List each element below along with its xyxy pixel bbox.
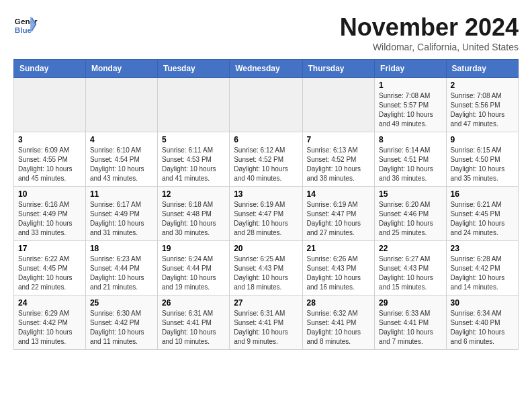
day-info: Sunrise: 6:26 AM Sunset: 4:43 PM Dayligh…: [307, 255, 371, 292]
calendar-cell: 12Sunrise: 6:18 AM Sunset: 4:48 PM Dayli…: [157, 187, 229, 241]
calendar-cell: [230, 78, 302, 132]
logo: General Blue: [13, 13, 38, 38]
calendar-cell: 30Sunrise: 6:34 AM Sunset: 4:40 PM Dayli…: [446, 295, 518, 350]
calendar-cell: [157, 78, 229, 132]
calendar-cell: 13Sunrise: 6:19 AM Sunset: 4:47 PM Dayli…: [230, 187, 302, 241]
day-info: Sunrise: 7:08 AM Sunset: 5:57 PM Dayligh…: [379, 91, 441, 129]
day-number: 21: [307, 244, 371, 253]
calendar-cell: 8Sunrise: 6:14 AM Sunset: 4:51 PM Daylig…: [375, 132, 446, 187]
day-number: 15: [379, 189, 441, 199]
day-info: Sunrise: 6:22 AM Sunset: 4:45 PM Dayligh…: [18, 255, 81, 292]
calendar-cell: 18Sunrise: 6:23 AM Sunset: 4:44 PM Dayli…: [85, 241, 157, 295]
day-info: Sunrise: 6:34 AM Sunset: 4:40 PM Dayligh…: [451, 309, 514, 347]
weekday-header-saturday: Saturday: [446, 60, 518, 78]
calendar-cell: 2Sunrise: 7:08 AM Sunset: 5:56 PM Daylig…: [446, 78, 518, 132]
day-info: Sunrise: 6:19 AM Sunset: 4:47 PM Dayligh…: [234, 200, 298, 238]
calendar-cell: 19Sunrise: 6:24 AM Sunset: 4:44 PM Dayli…: [157, 241, 229, 295]
calendar-cell: 26Sunrise: 6:31 AM Sunset: 4:41 PM Dayli…: [157, 295, 229, 350]
calendar-cell: 28Sunrise: 6:32 AM Sunset: 4:41 PM Dayli…: [302, 295, 375, 350]
day-info: Sunrise: 6:10 AM Sunset: 4:54 PM Dayligh…: [90, 146, 153, 183]
weekday-header-thursday: Thursday: [302, 60, 375, 78]
calendar-cell: 17Sunrise: 6:22 AM Sunset: 4:45 PM Dayli…: [14, 241, 86, 295]
weekday-header-sunday: Sunday: [14, 60, 86, 78]
calendar-cell: 10Sunrise: 6:16 AM Sunset: 4:49 PM Dayli…: [14, 187, 86, 241]
calendar-table: SundayMondayTuesdayWednesdayThursdayFrid…: [13, 59, 519, 350]
calendar-cell: [85, 78, 157, 132]
day-info: Sunrise: 6:32 AM Sunset: 4:41 PM Dayligh…: [307, 309, 371, 347]
day-number: 8: [379, 135, 441, 144]
day-number: 5: [162, 135, 225, 144]
calendar-subtitle: Wildomar, California, United States: [340, 42, 519, 52]
calendar-cell: 5Sunrise: 6:11 AM Sunset: 4:53 PM Daylig…: [157, 132, 229, 187]
day-info: Sunrise: 6:21 AM Sunset: 4:45 PM Dayligh…: [451, 200, 514, 238]
day-info: Sunrise: 6:20 AM Sunset: 4:46 PM Dayligh…: [379, 200, 441, 238]
weekday-header-wednesday: Wednesday: [230, 60, 302, 78]
day-number: 19: [162, 244, 225, 253]
day-info: Sunrise: 6:11 AM Sunset: 4:53 PM Dayligh…: [162, 146, 225, 183]
day-info: Sunrise: 6:19 AM Sunset: 4:47 PM Dayligh…: [307, 200, 371, 238]
day-number: 4: [90, 135, 153, 144]
day-info: Sunrise: 6:25 AM Sunset: 4:43 PM Dayligh…: [234, 255, 298, 292]
weekday-header-monday: Monday: [85, 60, 157, 78]
calendar-cell: 15Sunrise: 6:20 AM Sunset: 4:46 PM Dayli…: [375, 187, 446, 241]
calendar-cell: 1Sunrise: 7:08 AM Sunset: 5:57 PM Daylig…: [375, 78, 446, 132]
day-info: Sunrise: 6:29 AM Sunset: 4:42 PM Dayligh…: [18, 309, 81, 347]
calendar-week-row: 17Sunrise: 6:22 AM Sunset: 4:45 PM Dayli…: [14, 241, 519, 295]
page-header: General Blue November 2024 Wildomar, Cal…: [13, 13, 519, 52]
day-number: 10: [18, 189, 81, 199]
day-number: 18: [90, 244, 153, 253]
day-number: 11: [90, 189, 153, 199]
day-number: 25: [90, 298, 153, 308]
day-number: 14: [307, 189, 371, 199]
calendar-cell: [302, 78, 375, 132]
calendar-cell: 4Sunrise: 6:10 AM Sunset: 4:54 PM Daylig…: [85, 132, 157, 187]
day-info: Sunrise: 6:27 AM Sunset: 4:43 PM Dayligh…: [379, 255, 441, 292]
day-info: Sunrise: 6:28 AM Sunset: 4:42 PM Dayligh…: [451, 255, 514, 292]
day-number: 16: [451, 189, 514, 199]
weekday-header-tuesday: Tuesday: [157, 60, 229, 78]
day-number: 20: [234, 244, 298, 253]
day-number: 30: [451, 298, 514, 308]
day-number: 17: [18, 244, 81, 253]
day-number: 26: [162, 298, 225, 308]
calendar-cell: 29Sunrise: 6:33 AM Sunset: 4:41 PM Dayli…: [375, 295, 446, 350]
day-info: Sunrise: 6:16 AM Sunset: 4:49 PM Dayligh…: [18, 200, 81, 238]
calendar-cell: 11Sunrise: 6:17 AM Sunset: 4:49 PM Dayli…: [85, 187, 157, 241]
calendar-cell: 16Sunrise: 6:21 AM Sunset: 4:45 PM Dayli…: [446, 187, 518, 241]
weekday-header-friday: Friday: [375, 60, 446, 78]
calendar-cell: 9Sunrise: 6:15 AM Sunset: 4:50 PM Daylig…: [446, 132, 518, 187]
day-info: Sunrise: 6:12 AM Sunset: 4:52 PM Dayligh…: [234, 146, 298, 183]
day-number: 13: [234, 189, 298, 199]
day-info: Sunrise: 6:15 AM Sunset: 4:50 PM Dayligh…: [451, 146, 514, 183]
day-info: Sunrise: 6:31 AM Sunset: 4:41 PM Dayligh…: [162, 309, 225, 347]
day-number: 29: [379, 298, 441, 308]
day-number: 27: [234, 298, 298, 308]
calendar-cell: 6Sunrise: 6:12 AM Sunset: 4:52 PM Daylig…: [230, 132, 302, 187]
calendar-cell: 25Sunrise: 6:30 AM Sunset: 4:42 PM Dayli…: [85, 295, 157, 350]
day-number: 1: [379, 81, 441, 90]
day-number: 6: [234, 135, 298, 144]
day-info: Sunrise: 6:30 AM Sunset: 4:42 PM Dayligh…: [90, 309, 153, 347]
calendar-cell: 23Sunrise: 6:28 AM Sunset: 4:42 PM Dayli…: [446, 241, 518, 295]
calendar-title: November 2024: [340, 13, 519, 42]
calendar-cell: 24Sunrise: 6:29 AM Sunset: 4:42 PM Dayli…: [14, 295, 86, 350]
day-number: 23: [451, 244, 514, 253]
day-number: 7: [307, 135, 371, 144]
calendar-week-row: 10Sunrise: 6:16 AM Sunset: 4:49 PM Dayli…: [14, 187, 519, 241]
day-info: Sunrise: 7:08 AM Sunset: 5:56 PM Dayligh…: [451, 91, 514, 129]
title-area: November 2024 Wildomar, California, Unit…: [340, 13, 519, 52]
day-number: 3: [18, 135, 81, 144]
calendar-cell: 20Sunrise: 6:25 AM Sunset: 4:43 PM Dayli…: [230, 241, 302, 295]
calendar-week-row: 1Sunrise: 7:08 AM Sunset: 5:57 PM Daylig…: [14, 78, 519, 132]
day-info: Sunrise: 6:14 AM Sunset: 4:51 PM Dayligh…: [379, 146, 441, 183]
weekday-header-row: SundayMondayTuesdayWednesdayThursdayFrid…: [14, 60, 519, 78]
day-number: 22: [379, 244, 441, 253]
day-number: 9: [451, 135, 514, 144]
calendar-cell: [14, 78, 86, 132]
day-info: Sunrise: 6:18 AM Sunset: 4:48 PM Dayligh…: [162, 200, 225, 238]
calendar-cell: 14Sunrise: 6:19 AM Sunset: 4:47 PM Dayli…: [302, 187, 375, 241]
calendar-cell: 22Sunrise: 6:27 AM Sunset: 4:43 PM Dayli…: [375, 241, 446, 295]
day-number: 28: [307, 298, 371, 308]
calendar-cell: 7Sunrise: 6:13 AM Sunset: 4:52 PM Daylig…: [302, 132, 375, 187]
calendar-week-row: 3Sunrise: 6:09 AM Sunset: 4:55 PM Daylig…: [14, 132, 519, 187]
